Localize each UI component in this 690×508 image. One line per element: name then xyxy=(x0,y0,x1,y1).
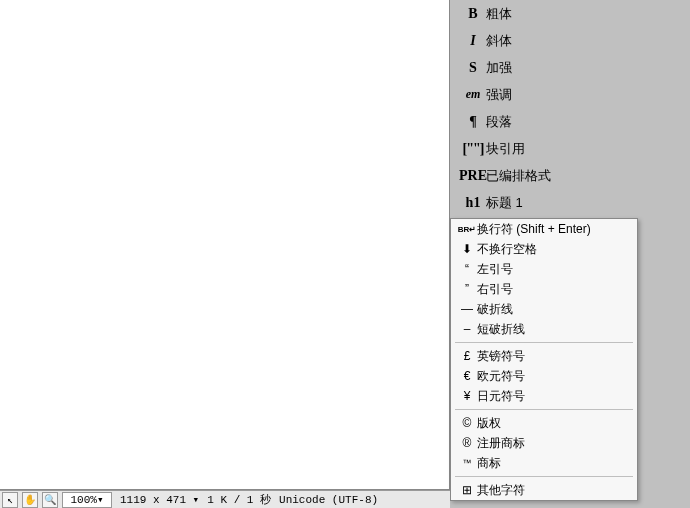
menu-item-other-chars[interactable]: ⊞ 其他字符 xyxy=(451,480,637,500)
blockquote-icon: [""] xyxy=(460,141,486,157)
bold-icon: B xyxy=(460,6,486,22)
h1-icon: h1 xyxy=(460,195,486,211)
sidebar-item-label: 已编排格式 xyxy=(486,167,551,185)
endash-icon: – xyxy=(457,322,477,336)
menu-item-registered[interactable]: ® 注册商标 xyxy=(451,433,637,453)
status-size: 1 K / 1 秒 xyxy=(203,492,271,507)
emphasis-icon: em xyxy=(460,87,486,102)
sidebar-item-italic[interactable]: I 斜体 xyxy=(450,27,690,54)
menu-separator xyxy=(455,342,633,343)
menu-item-label: 版权 xyxy=(477,415,501,432)
menu-item-copyright[interactable]: © 版权 xyxy=(451,413,637,433)
menu-item-nbsp[interactable]: ⬇ 不换行空格 xyxy=(451,239,637,259)
sidebar-item-bold[interactable]: B 粗体 xyxy=(450,0,690,27)
sidebar-item-label: 块引用 xyxy=(486,140,525,158)
nbsp-icon: ⬇ xyxy=(457,242,477,256)
sidebar-item-label: 强调 xyxy=(486,86,512,104)
strong-icon: S xyxy=(460,60,486,76)
sidebar-item-blockquote[interactable]: [""] 块引用 xyxy=(450,135,690,162)
insert-character-menu: BR↵ 换行符 (Shift + Enter) ⬇ 不换行空格 “ 左引号 ” … xyxy=(450,218,638,501)
menu-item-label: 不换行空格 xyxy=(477,241,537,258)
sidebar-item-label: 粗体 xyxy=(486,5,512,23)
italic-icon: I xyxy=(460,33,486,49)
emdash-icon: — xyxy=(457,302,477,316)
sidebar-item-label: 标题 1 xyxy=(486,194,523,212)
pointer-tool-button[interactable]: ↖ xyxy=(2,492,18,508)
menu-item-pound[interactable]: £ 英镑符号 xyxy=(451,346,637,366)
editor-canvas[interactable] xyxy=(0,0,450,490)
zoom-select[interactable]: 100% ▾ xyxy=(62,492,112,508)
yen-icon: ¥ xyxy=(457,389,477,403)
pre-icon: PRE xyxy=(460,168,486,184)
pound-icon: £ xyxy=(457,349,477,363)
menu-item-label: 破折线 xyxy=(477,301,513,318)
sidebar-item-strong[interactable]: S 加强 xyxy=(450,54,690,81)
sidebar-item-paragraph[interactable]: ¶ 段落 xyxy=(450,108,690,135)
hand-tool-button[interactable]: ✋ xyxy=(22,492,38,508)
menu-item-label: 换行符 (Shift + Enter) xyxy=(477,221,591,238)
menu-item-euro[interactable]: € 欧元符号 xyxy=(451,366,637,386)
status-dimensions: 1119 x 471 ▾ xyxy=(116,493,199,506)
menu-item-label: 注册商标 xyxy=(477,435,525,452)
status-bar: ↖ ✋ 🔍 100% ▾ 1119 x 471 ▾ 1 K / 1 秒 Unic… xyxy=(0,490,450,508)
menu-item-label: 短破折线 xyxy=(477,321,525,338)
menu-item-right-quote[interactable]: ” 右引号 xyxy=(451,279,637,299)
menu-item-linebreak[interactable]: BR↵ 换行符 (Shift + Enter) xyxy=(451,219,637,239)
menu-item-label: 右引号 xyxy=(477,281,513,298)
sidebar-item-heading1[interactable]: h1 标题 1 xyxy=(450,189,690,216)
sidebar-item-label: 段落 xyxy=(486,113,512,131)
format-sidebar: B 粗体 I 斜体 S 加强 em 强调 ¶ 段落 [""] 块引用 PRE 已… xyxy=(450,0,690,218)
menu-item-label: 日元符号 xyxy=(477,388,525,405)
menu-item-label: 商标 xyxy=(477,455,501,472)
euro-icon: € xyxy=(457,369,477,383)
trademark-icon: ™ xyxy=(457,458,477,468)
menu-item-emdash[interactable]: — 破折线 xyxy=(451,299,637,319)
left-quote-icon: “ xyxy=(457,262,477,276)
sidebar-item-label: 斜体 xyxy=(486,32,512,50)
menu-item-yen[interactable]: ¥ 日元符号 xyxy=(451,386,637,406)
sidebar-item-preformatted[interactable]: PRE 已编排格式 xyxy=(450,162,690,189)
menu-item-label: 英镑符号 xyxy=(477,348,525,365)
menu-item-endash[interactable]: – 短破折线 xyxy=(451,319,637,339)
zoom-tool-button[interactable]: 🔍 xyxy=(42,492,58,508)
status-encoding: Unicode (UTF-8) xyxy=(275,494,378,506)
menu-item-trademark[interactable]: ™ 商标 xyxy=(451,453,637,473)
br-icon: BR↵ xyxy=(457,225,477,234)
menu-separator xyxy=(455,409,633,410)
right-quote-icon: ” xyxy=(457,282,477,296)
menu-item-label: 欧元符号 xyxy=(477,368,525,385)
paragraph-icon: ¶ xyxy=(460,114,486,130)
menu-item-label: 左引号 xyxy=(477,261,513,278)
sidebar-item-label: 加强 xyxy=(486,59,512,77)
menu-separator xyxy=(455,476,633,477)
sidebar-item-emphasis[interactable]: em 强调 xyxy=(450,81,690,108)
registered-icon: ® xyxy=(457,436,477,450)
menu-item-label: 其他字符 xyxy=(477,482,525,499)
menu-item-left-quote[interactable]: “ 左引号 xyxy=(451,259,637,279)
copyright-icon: © xyxy=(457,416,477,430)
grid-icon: ⊞ xyxy=(457,483,477,497)
